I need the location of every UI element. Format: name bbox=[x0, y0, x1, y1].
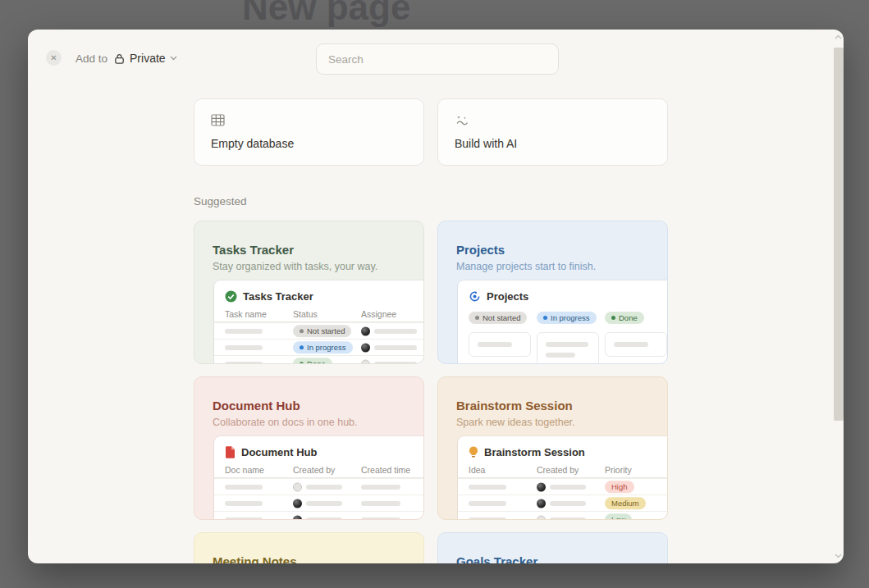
preview-column-headers: Doc name Created by Created time bbox=[214, 465, 423, 478]
empty-database-button[interactable]: Empty database bbox=[194, 98, 424, 166]
board-card bbox=[537, 332, 599, 364]
modal-content: Empty database Build with AI Suggested T… bbox=[194, 98, 670, 563]
status-pill-not-started: Not started bbox=[293, 325, 351, 338]
new-page-template-modal: ✕ Add to Private bbox=[28, 30, 844, 563]
quick-actions-row: Empty database Build with AI bbox=[194, 98, 670, 166]
status-pill-not-started: Not started bbox=[469, 312, 527, 325]
template-description: Manage projects start to finish. bbox=[456, 261, 596, 272]
preview-row: Not started bbox=[214, 322, 423, 339]
scrollbar-thumb[interactable] bbox=[834, 48, 844, 421]
avatar bbox=[537, 482, 546, 491]
status-pill-done: Done bbox=[293, 358, 332, 364]
template-card-document-hub[interactable]: Document Hub Collaborate on docs in one … bbox=[194, 376, 424, 520]
scrollbar-up-icon[interactable] bbox=[835, 34, 842, 39]
template-card-brainstorm-session[interactable]: Brainstorm Session Spark new ideas toget… bbox=[437, 376, 668, 520]
ai-sparkle-icon bbox=[455, 114, 651, 129]
close-button[interactable]: ✕ bbox=[46, 50, 62, 66]
preview-row bbox=[214, 478, 423, 495]
lightbulb-icon bbox=[469, 446, 478, 458]
preview-title: Projects bbox=[487, 290, 528, 303]
preview-column-headers: Task name Status Assignee bbox=[214, 309, 423, 322]
template-card-meeting-notes[interactable]: Meeting Notes bbox=[194, 532, 424, 563]
status-pill-done: Done bbox=[605, 312, 644, 325]
template-card-projects[interactable]: Projects Manage projects start to finish… bbox=[437, 221, 668, 364]
preview-row bbox=[214, 511, 423, 520]
avatar bbox=[361, 343, 370, 352]
template-title: Tasks Tracker bbox=[213, 243, 294, 257]
template-title: Brainstorm Session bbox=[456, 399, 573, 413]
preview-row: Medium bbox=[458, 495, 667, 511]
priority-pill-high: High bbox=[605, 481, 634, 494]
location-label: Private bbox=[130, 52, 166, 65]
preview-title: Brainstorm Session bbox=[484, 446, 585, 458]
avatar bbox=[293, 499, 302, 508]
priority-pill-low: Low bbox=[605, 513, 632, 520]
avatar bbox=[537, 499, 546, 508]
template-preview: Tasks Tracker Task name Status Assignee … bbox=[214, 280, 423, 363]
status-pill-in-progress: In progress bbox=[293, 341, 353, 354]
chevron-down-icon bbox=[170, 56, 177, 61]
template-title: Projects bbox=[456, 243, 505, 257]
template-title: Document Hub bbox=[213, 399, 300, 413]
board-column-done: Done bbox=[605, 308, 667, 357]
template-preview: Brainstorm Session Idea Created by Prior… bbox=[458, 436, 667, 519]
preview-row: Done bbox=[214, 355, 423, 364]
template-card-tasks-tracker[interactable]: Tasks Tracker Stay organized with tasks,… bbox=[194, 221, 424, 364]
add-to-label: Add to bbox=[75, 52, 107, 65]
preview-title: Tasks Tracker bbox=[243, 290, 313, 303]
avatar bbox=[361, 326, 370, 335]
template-preview: Projects Not started In progress bbox=[458, 280, 667, 363]
template-description: Collaborate on docs in one hub. bbox=[213, 417, 358, 428]
close-icon: ✕ bbox=[50, 53, 57, 62]
lock-icon bbox=[113, 52, 126, 65]
board-column-not-started: Not started bbox=[469, 308, 531, 364]
scrollbar-down-icon[interactable] bbox=[835, 554, 842, 558]
priority-pill-medium: Medium bbox=[605, 497, 646, 510]
board-card bbox=[469, 363, 531, 364]
template-title: Meeting Notes bbox=[213, 554, 297, 563]
preview-title: Document Hub bbox=[241, 446, 317, 458]
circular-arrow-icon bbox=[469, 290, 481, 303]
check-circle-icon bbox=[225, 290, 237, 303]
template-grid: Tasks Tracker Stay organized with tasks,… bbox=[194, 221, 670, 563]
table-icon bbox=[211, 114, 407, 129]
avatar bbox=[293, 482, 302, 491]
status-pill-in-progress: In progress bbox=[537, 312, 597, 325]
template-card-goals-tracker[interactable]: Goals Tracker bbox=[437, 532, 668, 563]
preview-row: In progress bbox=[214, 339, 423, 355]
board-card bbox=[605, 332, 667, 357]
board-column-in-progress: In progress bbox=[537, 308, 599, 364]
preview-column-headers: Idea Created by Priority bbox=[458, 465, 667, 478]
suggested-heading: Suggested bbox=[194, 195, 670, 207]
location-dropdown[interactable]: Private bbox=[113, 52, 177, 65]
template-description: Stay organized with tasks, your way. bbox=[213, 261, 377, 272]
template-description: Spark new ideas together. bbox=[456, 417, 575, 428]
quick-action-label: Build with AI bbox=[455, 137, 517, 150]
quick-action-label: Empty database bbox=[211, 137, 294, 150]
template-preview: Document Hub Doc name Created by Created… bbox=[214, 436, 423, 519]
add-to-bar: Add to Private bbox=[75, 50, 177, 66]
board-card bbox=[469, 332, 531, 357]
preview-row: High bbox=[458, 478, 667, 495]
template-title: Goals Tracker bbox=[456, 554, 537, 563]
avatar bbox=[361, 359, 370, 364]
preview-row bbox=[214, 495, 423, 511]
page-title: New page bbox=[242, 0, 410, 28]
preview-row: Low bbox=[458, 511, 667, 520]
search-input[interactable] bbox=[316, 43, 559, 75]
document-icon bbox=[225, 446, 236, 458]
avatar bbox=[537, 515, 546, 520]
avatar bbox=[293, 515, 302, 520]
build-with-ai-button[interactable]: Build with AI bbox=[437, 98, 668, 166]
